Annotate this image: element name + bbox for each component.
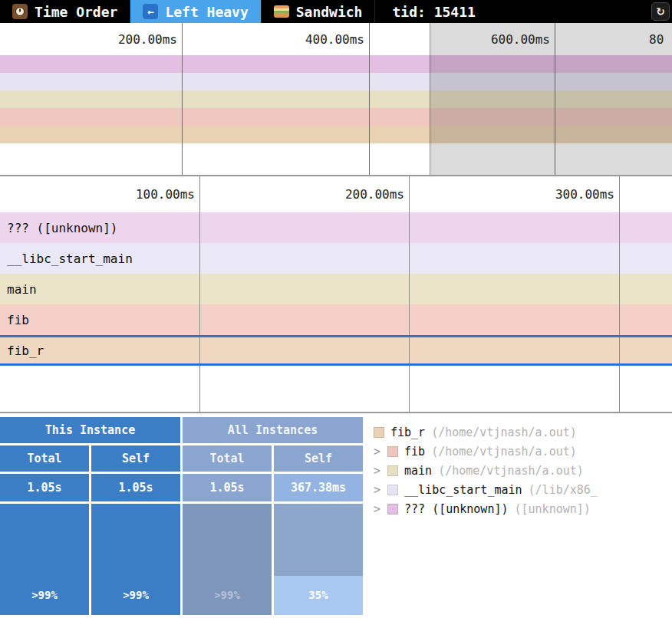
bar-percent-label: >99% [91, 589, 180, 601]
stats-value-this-self: 1.05s [91, 474, 180, 501]
stats-col-header: Self [91, 445, 180, 472]
stats-col-header: Self [274, 445, 363, 472]
frame-name: fib_r [390, 426, 425, 439]
stack-row-libc-start-main[interactable]: > __libc_start_main (/lib/x86_ [374, 480, 672, 499]
minimap[interactable]: 200.00ms 400.00ms 600.00ms 80 [0, 23, 672, 176]
tab-time-order-label: Time Order [35, 4, 117, 20]
bar-percent-label: 35% [274, 589, 363, 601]
stats-col-header: Total [0, 445, 89, 472]
frame-rows: ??? ([unknown]) __libc_start_main main f… [0, 212, 672, 366]
stats-bar-all-self: 35% [274, 504, 363, 615]
time-axis-label: 300.00ms [0, 187, 614, 202]
toolbar-action-icon[interactable]: ↻ [651, 2, 670, 21]
frame-label: ??? ([unknown]) [7, 221, 118, 235]
frame-color-swatch [387, 504, 398, 514]
profiler-app: Time Order ← Left Heavy Sandwich tid: 15… [0, 0, 672, 618]
frame-path: (/lib/x86_ [529, 483, 598, 497]
gridline [409, 176, 410, 412]
stats-group-all-instances: All Instances [183, 417, 363, 443]
frame-path: (/home/vtjnash/a.out) [438, 464, 584, 478]
left-arrow-icon: ← [143, 4, 158, 19]
toolbar: Time Order ← Left Heavy Sandwich tid: 15… [0, 0, 672, 23]
caller-chevron: > [374, 483, 380, 497]
frame-color-swatch [387, 465, 398, 476]
frame-row-fib[interactable]: fib [0, 304, 672, 335]
call-stack-list: fib_r (/home/vtjnash/a.out) > fib (/home… [364, 413, 672, 615]
tab-left-heavy-label: Left Heavy [165, 4, 248, 20]
stats-value-all-total: 1.05s [183, 474, 272, 501]
frame-name: fib [404, 445, 425, 459]
flame-chart[interactable]: 100.00ms 200.00ms 300.00ms ??? ([unknown… [0, 176, 672, 413]
caller-chevron: > [374, 445, 380, 459]
bar-percent-label: >99% [0, 589, 89, 601]
stack-row-unknown[interactable]: > ??? ([unknown]) ([unknown]) [374, 499, 672, 518]
frame-label: main [7, 282, 37, 297]
frame-color-swatch [387, 446, 398, 457]
sandwich-icon [274, 5, 289, 18]
stack-row-main[interactable]: > main (/home/vtjnash/a.out) [374, 461, 672, 480]
frame-label: fib_r [7, 344, 44, 358]
stats-value-this-total: 1.05s [0, 474, 89, 501]
frame-label: __libc_start_main [7, 251, 133, 266]
minimap-viewport-overlay[interactable] [430, 23, 672, 175]
stats-bar-this-self: >99% [91, 504, 180, 615]
stats-col-header: Total [183, 445, 272, 472]
gridline [199, 176, 200, 412]
frame-color-swatch [374, 427, 384, 438]
frame-name: ??? ([unknown]) [404, 502, 508, 516]
frame-row-fib-r-selected[interactable]: fib_r [0, 335, 672, 366]
stats-group-this-instance: This Instance [0, 417, 180, 443]
detail-panel: This Instance All Instances Total Self T… [0, 413, 672, 615]
frame-row-main[interactable]: main [0, 274, 672, 304]
frame-color-swatch [387, 485, 398, 495]
stats-bar-all-total: >99% [183, 504, 272, 615]
gridline [182, 23, 183, 175]
clock-icon [12, 4, 28, 19]
clock-face [15, 7, 25, 16]
caller-chevron: > [374, 464, 380, 478]
frame-label: fib [7, 313, 29, 327]
frame-path: ([unknown]) [515, 502, 591, 516]
gridline [619, 176, 620, 412]
stats-bar-this-total: >99% [0, 504, 89, 615]
tab-time-order[interactable]: Time Order [0, 0, 130, 23]
tab-sandwich[interactable]: Sandwich [262, 0, 376, 23]
tab-left-heavy[interactable]: ← Left Heavy [130, 0, 261, 23]
frame-name: main [404, 464, 432, 478]
frame-name: __libc_start_main [404, 483, 522, 497]
stack-row-fib[interactable]: > fib (/home/vtjnash/a.out) [374, 442, 672, 461]
stack-row-fib-r[interactable]: fib_r (/home/vtjnash/a.out) [374, 422, 672, 442]
gridline [369, 23, 370, 175]
stats-value-all-self: 367.38ms [274, 474, 363, 501]
stats-table: This Instance All Instances Total Self T… [0, 413, 364, 615]
frame-row-libc-start-main[interactable]: __libc_start_main [0, 243, 672, 274]
frame-row-unknown[interactable]: ??? ([unknown]) [0, 212, 672, 243]
frame-path: (/home/vtjnash/a.out) [431, 445, 577, 459]
bar-percent-label: >99% [183, 589, 272, 601]
tab-sandwich-label: Sandwich [296, 4, 363, 20]
thread-id-label: tid: 15411 [392, 0, 475, 23]
frame-path: (/home/vtjnash/a.out) [431, 426, 577, 439]
caller-chevron: > [374, 502, 380, 516]
